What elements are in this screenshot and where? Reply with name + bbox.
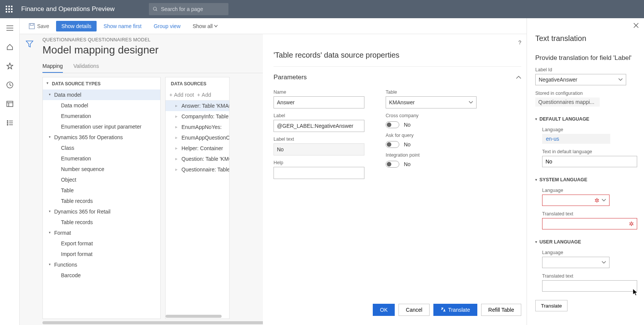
ds-types-header: DATA SOURCE TYPES — [43, 77, 160, 89]
save-button[interactable]: Save — [23, 21, 55, 31]
workspace-icon[interactable] — [5, 99, 14, 108]
chevron-down-icon — [618, 78, 623, 81]
ds-type-node[interactable]: Table records — [43, 217, 160, 228]
ds-type-node[interactable]: Number sequence — [43, 164, 160, 174]
ds-type-node[interactable]: Enumeration — [43, 111, 160, 121]
home-icon[interactable] — [5, 42, 14, 52]
cross-company-label: Cross company — [386, 113, 477, 118]
ds-type-node[interactable]: Data model — [43, 89, 160, 100]
group-view-button[interactable]: Group view — [148, 21, 186, 31]
cross-company-toggle[interactable] — [386, 121, 399, 128]
ask-for-query-toggle[interactable] — [386, 141, 399, 148]
tab-mapping[interactable]: Mapping — [42, 63, 63, 73]
ds-type-node[interactable]: Barcode — [43, 270, 160, 281]
ds-type-node[interactable]: Dynamics 365 for Retail — [43, 206, 160, 217]
ds-type-node[interactable]: Export format — [43, 238, 160, 249]
show-name-first-button[interactable]: Show name first — [98, 21, 147, 31]
ds-type-node[interactable]: Object — [43, 174, 160, 185]
search-icon — [153, 6, 158, 12]
data-sources-panel: DATA SOURCES + Add root + Add Answer: Ta… — [165, 77, 230, 319]
ds-node[interactable]: EnumAppQuestionOrder — [166, 132, 229, 143]
name-input[interactable] — [274, 96, 364, 108]
ds-type-node[interactable]: Enumeration — [43, 153, 160, 164]
ds-node[interactable]: Questionnaire: Table — [166, 164, 229, 175]
integration-point-value: No — [404, 161, 411, 167]
add-button[interactable]: + Add — [197, 92, 211, 98]
default-language-section[interactable]: DEFAULT LANGUAGE — [535, 116, 637, 122]
dialog-buttons: OK Cancel Translate Refill Table — [274, 299, 521, 325]
user-lang-select[interactable] — [542, 257, 610, 268]
show-all-button[interactable]: Show all — [188, 21, 224, 31]
translate-icon — [441, 307, 446, 312]
table-label: Table — [386, 89, 477, 95]
show-details-button[interactable]: Show details — [56, 21, 97, 31]
ds-type-node[interactable]: Table — [43, 185, 160, 196]
label-text-field: No — [274, 143, 364, 155]
refill-table-button[interactable]: Refill Table — [481, 304, 521, 316]
ds-tree[interactable]: Answer: Table 'KMAnswer' CompanyInfo: Ta… — [166, 100, 229, 312]
ds-node[interactable]: CompanyInfo: Table — [166, 111, 229, 122]
text-default-lang-input[interactable] — [542, 156, 637, 167]
ds-node[interactable]: Answer: Table 'KMAnswer' — [166, 100, 229, 111]
ds-type-node[interactable]: Dynamics 365 for Operations — [43, 132, 160, 143]
name-label: Name — [274, 89, 364, 95]
app-launcher-icon[interactable] — [0, 0, 18, 18]
ok-button[interactable]: OK — [373, 304, 395, 316]
sys-translated-text-label: Translated text — [542, 211, 637, 217]
required-icon: ✲ — [594, 197, 599, 204]
default-lang-value: en-us — [542, 134, 610, 144]
system-language-section[interactable]: SYSTEM LANGUAGE — [535, 177, 637, 182]
svg-rect-6 — [7, 101, 13, 107]
cross-company-value: No — [404, 122, 411, 128]
data-source-types-panel: DATA SOURCE TYPES Data model Data model … — [42, 77, 161, 319]
default-lang-label: Language — [542, 127, 637, 132]
label-input[interactable] — [274, 120, 364, 132]
help-icon[interactable]: ? — [518, 39, 521, 46]
search-box[interactable]: Search for a page — [149, 3, 228, 15]
parameters-section-header[interactable]: Parameters — [274, 74, 521, 81]
rp-translate-button[interactable]: Translate — [535, 300, 567, 311]
ds-node[interactable]: Helper: Container — [166, 143, 229, 154]
filter-icon[interactable] — [25, 39, 34, 49]
label-text-label: Label text — [274, 137, 364, 142]
svg-point-0 — [153, 7, 156, 10]
add-root-button[interactable]: + Add root — [169, 92, 194, 98]
clock-icon[interactable] — [5, 80, 14, 89]
ds-type-node[interactable]: Functions — [43, 259, 160, 270]
ds-type-node[interactable]: Import format — [43, 249, 160, 259]
ask-for-query-value: No — [404, 141, 411, 148]
label-id-select[interactable]: NegativeAnswer — [535, 74, 626, 85]
close-icon[interactable] — [633, 23, 639, 29]
svg-point-9 — [7, 121, 8, 121]
chevron-down-icon — [214, 25, 218, 28]
ds-type-node[interactable]: Class — [43, 143, 160, 153]
help-input[interactable] — [274, 167, 364, 179]
cancel-button[interactable]: Cancel — [399, 304, 430, 316]
ds-types-tree[interactable]: Data model Data model Enumeration Enumer… — [43, 89, 160, 319]
horizontal-scrollbar[interactable] — [166, 315, 222, 318]
sys-translated-text-input[interactable]: ✲ — [542, 218, 637, 229]
star-icon[interactable] — [5, 61, 14, 71]
tab-validations[interactable]: Validations — [73, 63, 99, 73]
ds-node[interactable]: Question: Table 'KMQuestion' — [166, 154, 229, 164]
ds-node[interactable]: EnumAppNoYes: — [166, 122, 229, 132]
sys-lang-select[interactable]: ✲ — [542, 195, 610, 206]
modules-icon[interactable] — [5, 118, 14, 127]
translate-button[interactable]: Translate — [433, 304, 477, 316]
user-translated-text-input[interactable] — [542, 280, 637, 292]
ds-type-node[interactable]: Format — [43, 228, 160, 238]
integration-point-label: Integration point — [386, 152, 477, 158]
hamburger-icon[interactable] — [5, 24, 14, 33]
left-nav-rail — [0, 18, 20, 325]
user-language-section[interactable]: USER LANGUAGE — [535, 239, 637, 245]
ds-type-node[interactable]: Table records — [43, 196, 160, 206]
app-title: Finance and Operations Preview — [21, 5, 115, 13]
ds-type-node[interactable]: Data model — [43, 100, 160, 111]
dialog-title: 'Table records' data source properties — [274, 51, 521, 60]
ds-toolbar: + Add root + Add — [166, 89, 229, 100]
required-icon: ✲ — [629, 220, 634, 228]
chevron-up-icon[interactable] — [516, 74, 521, 81]
table-select[interactable]: KMAnswer — [386, 96, 477, 108]
integration-point-toggle[interactable] — [386, 161, 399, 168]
ds-type-node[interactable]: Enumeration user input parameter — [43, 121, 160, 132]
